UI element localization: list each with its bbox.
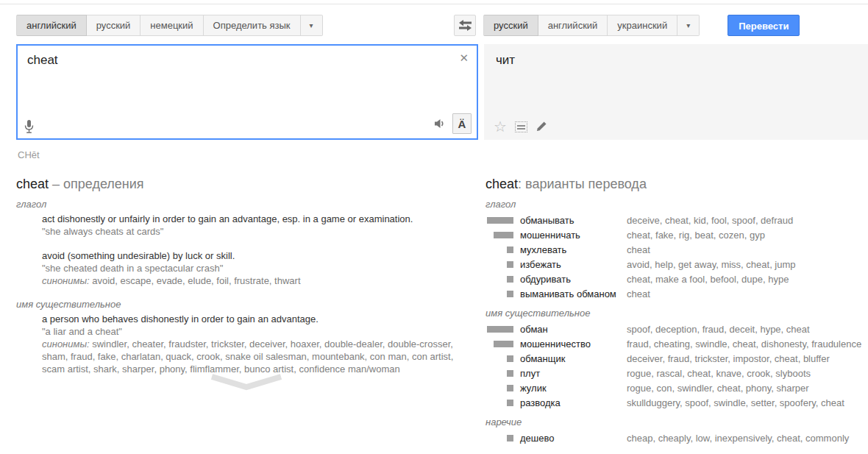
definition-example: "a liar and a cheat": [42, 325, 478, 338]
source-language-tabs: английский русский немецкий Определить я…: [16, 15, 323, 36]
variant-word[interactable]: обдуривать: [520, 274, 627, 285]
definitions-heading-suffix: – определения: [52, 177, 144, 191]
variants-heading: cheat: варианты перевода: [485, 177, 867, 192]
variant-word[interactable]: обманщик: [520, 353, 627, 364]
translation-text: чит: [484, 44, 868, 77]
variant-translations: cheat: [627, 244, 650, 255]
variant-row: разводка skullduggery, spoof, swindle, s…: [485, 395, 867, 410]
variant-row: мошенничество fraud, cheating, swindle, …: [485, 336, 867, 351]
definition-text: a person who behaves dishonestly in orde…: [42, 313, 478, 325]
variant-translations: cheat, fake, rig, beat, cozen, gyp: [627, 230, 765, 241]
target-language-dropdown[interactable]: ▾: [677, 15, 700, 36]
variant-translations: cheap, cheaply, low, inexpensively, chea…: [627, 433, 849, 444]
translation-box: чит ☆: [484, 44, 868, 140]
variant-row: обдуривать cheat, make a fool, befool, d…: [485, 272, 867, 286]
variant-translations: deceive, cheat, kid, fool, spoof, defrau…: [627, 215, 793, 226]
variant-translations: spoof, deception, fraud, deceit, hype, c…: [627, 324, 810, 335]
variant-word[interactable]: обман: [520, 324, 627, 335]
translate-button[interactable]: Перевести: [728, 15, 800, 36]
pos-label-noun: имя существительное: [485, 308, 867, 319]
frequency-bar: [485, 400, 513, 406]
variant-row: мошенничать cheat, fake, rig, beat, coze…: [485, 227, 867, 242]
variant-word[interactable]: жулик: [520, 383, 627, 394]
translation-variants-section: cheat: варианты перевода глагол обманыва…: [485, 177, 867, 445]
variant-translations: deceiver, fraud, trickster, impostor, ch…: [627, 353, 830, 364]
variant-word[interactable]: разводка: [520, 397, 627, 408]
tab-source-english[interactable]: английский: [16, 15, 87, 36]
voice-input-button[interactable]: [24, 119, 35, 135]
swap-arrows-icon: [458, 20, 472, 31]
speaker-icon: [433, 118, 446, 130]
pos-label-adverb: наречие: [485, 416, 867, 428]
definition-entry: avoid (something undesirable) by luck or…: [42, 249, 478, 287]
variant-word[interactable]: мошенничать: [520, 230, 627, 241]
variant-row: обманщик deceiver, fraud, trickster, imp…: [485, 351, 867, 366]
pos-label-verb: глагол: [485, 199, 867, 210]
variant-word[interactable]: плут: [520, 368, 627, 379]
synonyms-label: синонимы:: [42, 275, 90, 286]
definition-entry: act dishonestly or unfairly in order to …: [42, 213, 478, 238]
variants-heading-suffix: : варианты перевода: [518, 177, 647, 191]
suggest-edit-button[interactable]: [536, 121, 547, 132]
variant-translations: cheat: [627, 288, 650, 299]
variant-word[interactable]: выманивать обманом: [520, 288, 627, 299]
top-divider: [0, 4, 868, 4]
variant-translations: rogue, rascal, cheat, knave, crook, slyb…: [627, 368, 811, 379]
definition-example: "she cheated death in a spectacular cras…: [42, 262, 478, 274]
expand-definitions-button[interactable]: [208, 374, 285, 391]
variant-row: избежать avoid, help, get away, miss, ch…: [485, 257, 867, 272]
variant-translations: cheat, make a fool, befool, dupe, hype: [627, 274, 789, 285]
tab-target-russian[interactable]: русский: [483, 15, 538, 36]
frequency-bar: [485, 385, 513, 391]
variant-word[interactable]: мошенничество: [520, 338, 627, 350]
variant-word[interactable]: избежать: [520, 259, 627, 270]
tab-target-english[interactable]: английский: [538, 15, 608, 36]
variant-row: дешево cheap, cheaply, low, inexpensivel…: [485, 430, 867, 445]
variant-word[interactable]: дешево: [520, 433, 627, 444]
frequency-bar: [485, 246, 513, 253]
frequency-bar: [485, 261, 513, 268]
microphone-icon: [24, 119, 35, 135]
variant-word[interactable]: обманывать: [520, 215, 627, 226]
source-text[interactable]: cheat: [18, 46, 477, 75]
definition-example: "she always cheats at cards": [42, 225, 478, 238]
frequency-bar: [485, 232, 513, 238]
chevron-down-icon: ▾: [310, 21, 313, 29]
synonyms-line: синонимы: avoid, escape, evade, elude, f…: [42, 274, 478, 287]
source-text-box[interactable]: cheat ✕ Ä: [16, 44, 478, 140]
variants-word: cheat: [485, 177, 518, 191]
definition-text: avoid (something undesirable) by luck or…: [42, 249, 478, 262]
close-icon: ✕: [459, 52, 469, 64]
pronunciation: CHēt: [18, 149, 40, 160]
pencil-icon: [536, 121, 547, 132]
target-language-area: русский английский украинский ▾ Перевест…: [483, 15, 800, 36]
tab-target-ukrainian[interactable]: украинский: [608, 15, 677, 36]
listen-button[interactable]: [433, 118, 446, 130]
variant-word[interactable]: мухлевать: [520, 244, 627, 255]
variant-row: обман spoof, deception, fraud, deceit, h…: [485, 322, 867, 336]
chevron-down-icon: ▾: [686, 21, 690, 29]
variant-translations: rogue, con, swindler, cheat, phony, shar…: [627, 383, 809, 394]
frequency-bar: [485, 217, 513, 224]
clear-input-button[interactable]: ✕: [459, 52, 469, 63]
frequency-bar: [485, 276, 513, 283]
variant-row: выманивать обманом cheat: [485, 286, 867, 301]
save-to-phrasebook-button[interactable]: ☆: [494, 119, 507, 134]
source-language-dropdown[interactable]: ▾: [301, 15, 323, 36]
tab-source-detect[interactable]: Определить язык: [204, 15, 301, 36]
tab-source-russian[interactable]: русский: [87, 15, 141, 36]
definitions-heading: cheat– определения: [16, 177, 478, 192]
synonyms-list: swindler, cheater, fraudster, trickster,…: [42, 338, 453, 375]
translation-tools: ☆: [494, 119, 547, 134]
swap-languages-button[interactable]: [454, 15, 476, 36]
select-all-button[interactable]: [515, 121, 527, 132]
definition-entry: a person who behaves dishonestly in orde…: [42, 313, 478, 375]
language-bar: английский русский немецкий Определить я…: [16, 15, 868, 37]
variant-translations: fraud, cheating, swindle, cheat, dishone…: [627, 338, 861, 350]
frequency-bar: [485, 341, 513, 347]
frequency-bar: [485, 370, 513, 377]
special-characters-button[interactable]: Ä: [452, 113, 472, 134]
synonyms-line: синонимы: swindler, cheater, fraudster, …: [42, 338, 478, 375]
variant-row: плут rogue, rascal, cheat, knave, crook,…: [485, 366, 867, 380]
tab-source-german[interactable]: немецкий: [140, 15, 203, 36]
